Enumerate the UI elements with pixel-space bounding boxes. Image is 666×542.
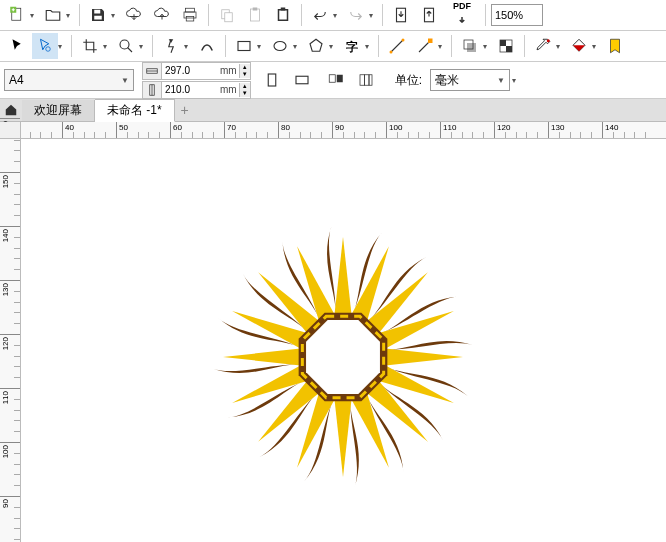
- cloud-download-button[interactable]: [121, 2, 147, 28]
- svg-rect-12: [279, 11, 287, 20]
- height-spinner[interactable]: ▲▼: [239, 83, 250, 97]
- transparency-button[interactable]: [493, 33, 519, 59]
- zoom-tool-button[interactable]: [113, 33, 139, 59]
- fill-dropdown-icon[interactable]: ▾: [592, 42, 600, 51]
- width-unit: mm: [218, 65, 239, 76]
- svg-rect-5: [184, 12, 196, 18]
- add-tab-button[interactable]: +: [175, 102, 195, 118]
- open-file-button[interactable]: [40, 2, 66, 28]
- tab-label: 未命名 -1*: [107, 102, 162, 119]
- canvas[interactable]: [20, 138, 666, 542]
- freehand-dropdown-icon[interactable]: ▾: [184, 42, 192, 51]
- svg-rect-32: [268, 74, 276, 86]
- chevron-down-icon: ▼: [121, 76, 129, 85]
- print-button[interactable]: [177, 2, 203, 28]
- freehand-tool-button[interactable]: [158, 33, 184, 59]
- ellipse-dropdown-icon[interactable]: ▾: [293, 42, 301, 51]
- rectangle-tool-button[interactable]: [231, 33, 257, 59]
- unit-value: 毫米: [435, 72, 459, 89]
- fill-tool-button[interactable]: [566, 33, 592, 59]
- paste-button: [242, 2, 268, 28]
- svg-rect-25: [467, 43, 476, 52]
- clipboard-button[interactable]: [270, 2, 296, 28]
- svg-point-19: [274, 42, 286, 51]
- dimension-tool-button[interactable]: [412, 33, 438, 59]
- page-size-select[interactable]: A4▼: [4, 69, 134, 91]
- zoom-input[interactable]: [491, 4, 543, 26]
- document-tabs: 欢迎屏幕 未命名 -1* +: [0, 99, 666, 122]
- shape-tool-button[interactable]: [32, 33, 58, 59]
- pick-tool-button[interactable]: [4, 33, 30, 59]
- page-dimensions: mm ▲▼ mm ▲▼: [142, 62, 251, 99]
- cloud-upload-button[interactable]: [149, 2, 175, 28]
- dimension-dropdown-icon[interactable]: ▾: [438, 42, 446, 51]
- svg-rect-13: [281, 8, 286, 11]
- polygon-tool-button[interactable]: [303, 33, 329, 59]
- drop-shadow-button[interactable]: [457, 33, 483, 59]
- new-file-button[interactable]: [4, 2, 30, 28]
- current-page-button[interactable]: [353, 67, 379, 93]
- svg-marker-40: [306, 320, 380, 394]
- undo-button[interactable]: [307, 2, 333, 28]
- shadow-dropdown-icon[interactable]: ▾: [483, 42, 491, 51]
- height-input[interactable]: [162, 82, 218, 98]
- new-dropdown-icon[interactable]: ▾: [30, 11, 38, 20]
- tool-toolbar: ▾ ▾ ▾ ▾ ▾ ▾ ▾ 字 ▾ ▾ ▾ ▾ ▾: [0, 31, 666, 62]
- crop-dropdown-icon[interactable]: ▾: [103, 42, 111, 51]
- height-icon: [143, 82, 162, 98]
- redo-dropdown-icon[interactable]: ▾: [369, 11, 377, 20]
- export-button[interactable]: [416, 2, 442, 28]
- copy-button: [214, 2, 240, 28]
- shape-dropdown-icon[interactable]: ▾: [58, 42, 66, 51]
- export-pdf-button[interactable]: PDF: [444, 2, 480, 28]
- polygon-dropdown-icon[interactable]: ▾: [329, 42, 337, 51]
- eyedropper-dropdown-icon[interactable]: ▾: [556, 42, 564, 51]
- open-dropdown-icon[interactable]: ▾: [66, 11, 74, 20]
- ellipse-tool-button[interactable]: [267, 33, 293, 59]
- height-unit: mm: [218, 84, 239, 95]
- page-height-field[interactable]: mm ▲▼: [142, 81, 251, 99]
- svg-rect-28: [506, 46, 512, 52]
- page-width-field[interactable]: mm ▲▼: [142, 62, 251, 80]
- all-pages-button[interactable]: [323, 67, 349, 93]
- text-tool-button[interactable]: 字: [339, 33, 365, 59]
- svg-point-22: [402, 39, 405, 42]
- import-button[interactable]: [388, 2, 414, 28]
- zoom-dropdown-icon[interactable]: ▾: [139, 42, 147, 51]
- artistic-media-button[interactable]: [194, 33, 220, 59]
- svg-rect-2: [94, 10, 100, 14]
- svg-rect-3: [94, 16, 102, 20]
- undo-dropdown-icon[interactable]: ▾: [333, 11, 341, 20]
- line-tool-button[interactable]: [384, 33, 410, 59]
- crop-tool-button[interactable]: [77, 33, 103, 59]
- main-toolbar: ▾ ▾ ▾ ▾ ▾ PDF: [0, 0, 666, 31]
- portrait-button[interactable]: [259, 67, 285, 93]
- svg-rect-23: [428, 39, 433, 44]
- eyedropper-button[interactable]: [530, 33, 556, 59]
- unit-dropdown-icon[interactable]: ▾: [512, 76, 520, 85]
- ruler-horizontal[interactable]: 30405060708090100110120130140: [20, 122, 666, 139]
- svg-point-16: [46, 47, 51, 52]
- tab-document[interactable]: 未命名 -1*: [95, 99, 175, 122]
- sun-illustration[interactable]: [193, 207, 493, 507]
- property-bar: A4▼ mm ▲▼ mm ▲▼ 单位: 毫米▼ ▾: [0, 62, 666, 99]
- ruler-vertical[interactable]: 16015014013012011010090: [0, 138, 21, 542]
- text-dropdown-icon[interactable]: ▾: [365, 42, 373, 51]
- width-icon: [143, 63, 162, 79]
- svg-rect-18: [238, 42, 250, 51]
- rect-dropdown-icon[interactable]: ▾: [257, 42, 265, 51]
- svg-text:字: 字: [346, 40, 358, 54]
- unit-select[interactable]: 毫米▼: [430, 69, 510, 91]
- svg-rect-27: [500, 40, 506, 46]
- svg-point-21: [390, 51, 393, 54]
- save-button[interactable]: [85, 2, 111, 28]
- ruler-corner[interactable]: [0, 122, 21, 139]
- svg-rect-36: [360, 75, 365, 86]
- save-dropdown-icon[interactable]: ▾: [111, 11, 119, 20]
- tab-welcome[interactable]: 欢迎屏幕: [22, 100, 95, 121]
- svg-rect-35: [336, 75, 342, 83]
- width-spinner[interactable]: ▲▼: [239, 64, 250, 78]
- width-input[interactable]: [162, 63, 218, 79]
- outline-tool-button[interactable]: [602, 33, 628, 59]
- landscape-button[interactable]: [289, 67, 315, 93]
